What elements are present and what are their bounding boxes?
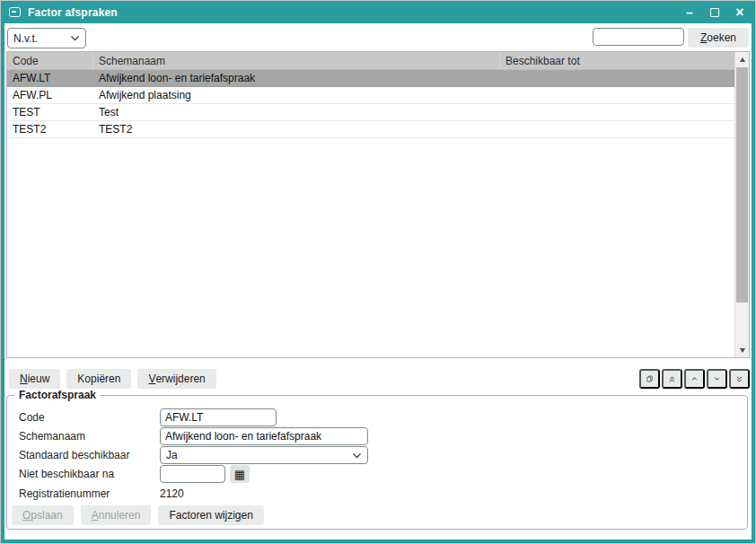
standaard-beschikbaar-select[interactable]: Ja: [160, 446, 368, 464]
maximize-button[interactable]: [708, 5, 722, 20]
triangle-down-icon: [740, 348, 745, 353]
factor-afspraken-table: Code Schemanaam Beschikbaar tot AFW.LT A…: [6, 51, 750, 358]
column-header-schemanaam[interactable]: Schemanaam: [93, 52, 500, 69]
cell-schemanaam: TEST2: [93, 121, 500, 137]
window-controls: – ×: [682, 5, 747, 20]
table-row[interactable]: TEST2 TEST2: [7, 121, 734, 138]
niet-beschikbaar-na-field-row: Niet beschikbaar na ▦: [19, 465, 250, 483]
row-move-actions: [639, 369, 750, 389]
standaard-beschikbaar-value: Ja: [166, 449, 178, 461]
cell-beschikbaar-tot: [500, 104, 734, 120]
table-row[interactable]: AFW.LT Afwijkend loon- en tariefafspraak: [7, 70, 734, 87]
date-picker-button[interactable]: ▦: [230, 465, 250, 483]
form-buttons: Opslaan Annuleren Factoren wijzigen: [12, 505, 264, 525]
column-header-code[interactable]: Code: [7, 52, 93, 69]
chevron-down-icon: [70, 35, 80, 41]
form-window-icon: [9, 7, 21, 17]
kopieren-button[interactable]: Kopiëren: [66, 369, 131, 389]
standaard-beschikbaar-field-row: Standaard beschikbaar Ja: [19, 446, 368, 464]
window-title: Factor afspraken: [28, 6, 118, 19]
niet-beschikbaar-na-label: Niet beschikbaar na: [19, 468, 160, 480]
chevron-double-down-icon: [736, 373, 743, 385]
maximize-icon: [710, 8, 719, 17]
niet-beschikbaar-na-field[interactable]: [160, 465, 225, 483]
cell-schemanaam: Afwijkend loon- en tariefafspraak: [93, 70, 500, 86]
move-bottom-button[interactable]: [729, 369, 750, 389]
cell-schemanaam: Test: [93, 104, 500, 120]
vertical-scrollbar[interactable]: [734, 52, 749, 357]
registratienummer-row: Registratienummer 2120: [19, 485, 184, 503]
chevron-down-icon: [714, 375, 720, 382]
scroll-down-button[interactable]: [735, 343, 749, 357]
standaard-beschikbaar-label: Standaard beschikbaar: [19, 449, 160, 461]
groupbox-legend: Factorafspraak: [14, 389, 101, 401]
search-button[interactable]: Zoeken: [688, 28, 749, 48]
verwijderen-button[interactable]: Verwijderen: [137, 369, 215, 389]
window-content: N.v.t. Zoeken Code Schemanaam Beschikbaa…: [4, 23, 752, 540]
cell-code: TEST2: [7, 121, 93, 137]
calendar-icon: ▦: [234, 469, 245, 480]
list-actions: Nieuw Kopiëren Verwijderen: [9, 369, 216, 389]
chevron-double-up-icon: [669, 373, 675, 385]
move-up-button[interactable]: [684, 369, 705, 389]
triangle-up-icon: [740, 57, 745, 62]
scroll-up-button[interactable]: [735, 52, 749, 66]
filter-dropdown[interactable]: N.v.t.: [7, 28, 86, 48]
filter-dropdown-value: N.v.t.: [13, 32, 38, 45]
move-down-button[interactable]: [707, 369, 727, 389]
search-input[interactable]: [593, 28, 684, 46]
scrollbar-thumb[interactable]: [736, 67, 748, 303]
cell-schemanaam: Afwijkend plaatsing: [93, 87, 500, 103]
code-field[interactable]: [160, 408, 277, 426]
table-row[interactable]: TEST Test: [7, 104, 734, 121]
code-field-row: Code: [19, 408, 277, 426]
registratienummer-label: Registratienummer: [19, 487, 160, 500]
factoren-wijzigen-button[interactable]: Factoren wijzigen: [158, 505, 263, 525]
cell-beschikbaar-tot: [500, 121, 734, 137]
table-row[interactable]: AFW.PL Afwijkend plaatsing: [7, 87, 734, 104]
minimize-button[interactable]: –: [682, 5, 697, 20]
titlebar[interactable]: Factor afspraken – ×: [1, 1, 755, 23]
table-header: Code Schemanaam Beschikbaar tot: [7, 52, 734, 70]
chevron-down-icon: [352, 452, 362, 459]
schemanaam-field-row: Schemanaam: [19, 427, 368, 445]
code-label: Code: [19, 411, 160, 424]
table-main: Code Schemanaam Beschikbaar tot AFW.LT A…: [7, 52, 734, 357]
close-button[interactable]: ×: [733, 5, 747, 20]
cell-code: TEST: [7, 104, 93, 120]
schemanaam-field[interactable]: [160, 427, 368, 445]
column-header-beschikbaar-tot[interactable]: Beschikbaar tot: [500, 52, 734, 69]
cell-beschikbaar-tot: [500, 70, 734, 86]
factor-afspraken-window: Factor afspraken – × N.v.t. Zoeken Code …: [0, 0, 756, 544]
cell-beschikbaar-tot: [500, 87, 734, 103]
close-icon: ×: [735, 5, 743, 20]
nieuw-button[interactable]: Nieuw: [9, 369, 60, 389]
copy-icon: [646, 373, 653, 385]
schemanaam-label: Schemanaam: [19, 430, 160, 443]
factorafspraak-groupbox: Factorafspraak Code Schemanaam Standaard…: [6, 395, 748, 530]
copy-row-button[interactable]: [639, 369, 660, 389]
cell-code: AFW.PL: [7, 87, 93, 103]
move-top-button[interactable]: [662, 369, 682, 389]
registratienummer-value: 2120: [160, 487, 184, 500]
annuleren-button[interactable]: Annuleren: [81, 505, 152, 525]
chevron-up-icon: [691, 375, 698, 382]
minimize-icon: –: [686, 6, 693, 19]
opslaan-button[interactable]: Opslaan: [12, 505, 74, 525]
cell-code: AFW.LT: [7, 70, 93, 86]
